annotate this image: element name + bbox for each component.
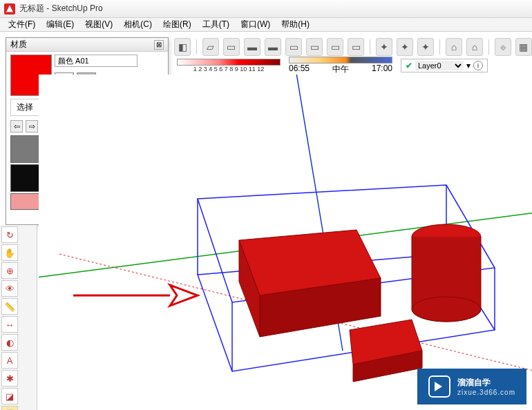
nav-back-icon[interactable]: ⇦: [10, 120, 23, 133]
toolbar-icon[interactable]: ▬: [265, 38, 281, 56]
toolbar-icon[interactable]: ▦: [515, 38, 532, 56]
app-icon: [4, 3, 15, 14]
materials-panel-title: 材质: [10, 39, 27, 50]
viewport-3d[interactable]: [39, 75, 532, 410]
tool-text[interactable]: A: [1, 352, 18, 369]
toolbar-icon[interactable]: ▭: [306, 38, 323, 56]
tool-pan[interactable]: ✋: [1, 244, 18, 261]
toolbar-icon[interactable]: ◧: [174, 38, 191, 56]
layer-dropdown[interactable]: Layer0: [415, 61, 464, 70]
watermark-brand: 溜溜自学: [457, 378, 491, 387]
time-labels: 06:55 中午 17:00: [289, 64, 392, 75]
watermark-badge: 溜溜自学 zixue.3d66.com: [417, 369, 526, 404]
time-gradient-bar[interactable]: [289, 57, 392, 64]
toolbar-icon[interactable]: ▭: [223, 38, 240, 56]
toolbar-icon[interactable]: ▭: [285, 38, 302, 56]
separator: [488, 39, 489, 55]
status-row: 1 2 3 4 5 6 7 8 9 10 11 12 06:55 中午 17:0…: [177, 58, 529, 73]
time-start: 06:55: [289, 64, 310, 75]
toolbar-icon[interactable]: ✦: [376, 38, 392, 56]
left-toolbar: ↻ ✋ ⊕ 👁 📏 ↔ ◐ A ✱ ◪ 🪣 ◧ 🚶 ⌖ 🔍 ⛶ ↶ ↷ 웃 ✦: [0, 225, 37, 410]
menu-window[interactable]: 窗口(W): [235, 17, 276, 32]
menu-help[interactable]: 帮助(H): [276, 17, 315, 32]
title-bar: 无标题 - SketchUp Pro: [0, 0, 532, 18]
tool-tape[interactable]: 📏: [1, 298, 18, 315]
svg-marker-17: [170, 285, 198, 306]
play-icon: [428, 375, 450, 398]
tool-section[interactable]: ◪: [1, 388, 18, 404]
ruler-numbers: 1 2 3 4 5 6 7 8 9 10 11 12: [193, 66, 265, 72]
tool-paint[interactable]: 🪣: [1, 406, 18, 410]
menu-camera[interactable]: 相机(C): [118, 17, 158, 32]
separator: [370, 39, 370, 55]
menu-edit[interactable]: 编辑(E): [41, 17, 79, 32]
menu-draw[interactable]: 绘图(R): [158, 17, 197, 32]
dropdown-icon[interactable]: ▾: [466, 61, 471, 70]
panel-close-icon[interactable]: ⊠: [154, 40, 164, 50]
watermark-sub: zixue.3d66.com: [457, 389, 515, 396]
lock-icon[interactable]: i: [473, 61, 483, 70]
toolbar-icon[interactable]: ⌂: [466, 38, 483, 56]
toolbar-icon[interactable]: ▱: [202, 38, 219, 56]
window-title: 无标题 - SketchUp Pro: [19, 3, 103, 14]
separator: [439, 39, 440, 55]
check-icon: ✔: [406, 61, 412, 70]
toolbar-icon[interactable]: ✦: [397, 38, 413, 56]
tool-zoom[interactable]: ⊕: [1, 262, 18, 279]
color-gradient-bar[interactable]: [177, 59, 281, 66]
materials-panel-titlebar[interactable]: 材质 ⊠: [6, 38, 168, 52]
tool-look[interactable]: 👁: [1, 280, 18, 297]
tab-select[interactable]: 选择: [10, 99, 39, 115]
menu-file[interactable]: 文件(F): [3, 17, 41, 32]
separator: [196, 39, 197, 55]
menu-tools[interactable]: 工具(T): [197, 17, 235, 32]
tool-protractor[interactable]: ◐: [1, 334, 18, 351]
toolbar-icon[interactable]: ⌂: [446, 38, 462, 56]
nav-forward-icon[interactable]: ⇨: [26, 120, 38, 133]
toolbar-icon[interactable]: ▬: [244, 38, 260, 56]
color-ruler: 1 2 3 4 5 6 7 8 9 10 11 12: [177, 59, 281, 72]
material-name-input[interactable]: [55, 55, 137, 67]
menu-view[interactable]: 视图(V): [79, 17, 118, 32]
tool-orbit[interactable]: ↻: [1, 226, 18, 243]
time-ruler: 06:55 中午 17:00: [289, 57, 392, 75]
menu-bar: 文件(F) 编辑(E) 视图(V) 相机(C) 绘图(R) 工具(T) 窗口(W…: [0, 18, 532, 32]
time-end: 17:00: [372, 64, 392, 75]
tool-dimension[interactable]: ↔: [1, 316, 18, 333]
layer-selector[interactable]: ✔ Layer0 ▾ i: [401, 59, 488, 72]
toolbar-icon[interactable]: ⟐: [495, 38, 511, 56]
tool-axes[interactable]: ✱: [1, 370, 18, 387]
toolbar-icon[interactable]: ▭: [348, 38, 364, 56]
toolbar-icon[interactable]: ▭: [327, 38, 343, 56]
time-mid: 中午: [332, 64, 349, 75]
toolbar-icon[interactable]: ✦: [417, 38, 434, 56]
